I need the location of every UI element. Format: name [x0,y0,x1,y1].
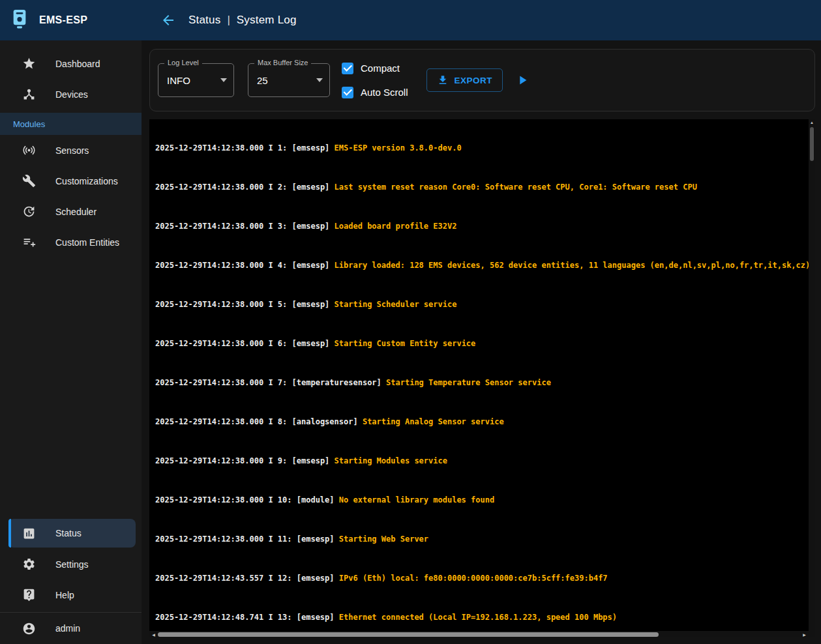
scroll-left-arrow-icon[interactable]: ◀ [149,632,158,637]
auto-scroll-option: Auto Scroll [342,83,408,101]
content-area: Log Level INFO Max Buffer Size 25 Compac… [142,40,821,644]
sidebar-item-label: admin [55,623,80,634]
auto-scroll-label: Auto Scroll [361,87,408,98]
sidebar-item-label: Help [55,590,74,600]
log-line: 2025-12-29T14:12:38.000 I 4: [emsesp] Li… [155,261,809,271]
sidebar-item-dashboard[interactable]: Dashboard [0,48,142,79]
export-button-label: EXPORT [455,76,493,85]
back-button[interactable] [158,10,178,30]
sidebar-item-label: Devices [55,89,88,100]
sidebar-item-status[interactable]: Status [8,519,136,548]
compact-option: Compact [342,59,408,77]
app-title: EMS-ESP [39,14,87,26]
main-panel: Status | System Log Log Level INFO Max B… [142,0,821,644]
log-level-value: INFO [167,75,190,86]
compact-label: Compact [361,63,400,74]
log-output: 2025-12-29T14:12:38.000 I 1: [emsesp] EM… [149,119,809,631]
arrow-left-icon [160,12,176,28]
vertical-scrollbar-thumb[interactable] [810,127,814,161]
wrench-icon [22,174,36,188]
compact-checkbox[interactable] [342,63,353,74]
download-icon [437,74,449,86]
sidebar-item-label: Custom Entities [55,237,119,248]
log-options: Compact Auto Scroll [342,59,408,101]
log-console: 2025-12-29T14:12:38.000 I 1: [emsesp] EM… [149,119,815,637]
log-line: 2025-12-29T14:12:38.000 I 9: [emsesp] St… [155,456,809,466]
selected-indicator [8,519,11,548]
log-line: 2025-12-29T14:12:38.000 I 11: [emsesp] S… [155,534,809,544]
max-buffer-size-value: 25 [257,75,268,86]
account-icon [22,621,36,636]
analytics-icon [22,526,36,540]
sidebar-item-scheduler[interactable]: Scheduler [0,196,142,227]
horizontal-scrollbar-thumb[interactable] [158,632,659,637]
sidebar-item-label: Dashboard [55,59,100,69]
sidebar-item-help[interactable]: Help [0,579,142,610]
log-line: 2025-12-29T14:12:48.741 I 13: [emsesp] E… [155,613,809,622]
sensors-icon [22,143,36,158]
horizontal-scrollbar[interactable]: ◀ ▶ [149,631,809,637]
log-line: 2025-12-29T14:12:38.000 I 7: [temperatur… [155,378,809,388]
log-toolbar: Log Level INFO Max Buffer Size 25 Compac… [149,49,815,111]
sidebar-item-devices[interactable]: Devices [0,79,142,110]
sidebar-nav-top: Dashboard Devices Modules Sensors Custo [0,40,142,257]
sidebar: EMS-ESP Dashboard Devices Modules S [0,0,142,644]
ems-esp-logo-icon [9,8,30,32]
sidebar-item-customizations[interactable]: Customizations [0,166,142,196]
log-level-select[interactable]: Log Level INFO [158,63,234,97]
sidebar-item-label: Sensors [55,145,89,156]
sidebar-item-custom-entities[interactable]: Custom Entities [0,227,142,257]
export-button[interactable]: EXPORT [426,68,503,92]
sidebar-section-modules: Modules [0,113,142,135]
scroll-right-arrow-icon[interactable]: ▶ [800,632,809,637]
breadcrumb: Status | System Log [188,14,297,27]
sidebar-item-label: Settings [55,559,89,570]
sidebar-item-label: Customizations [55,176,118,186]
scrollbar-corner [809,631,815,637]
playlist-add-icon [22,235,36,250]
app-root: EMS-ESP Dashboard Devices Modules S [0,0,821,644]
device-hub-icon [22,87,36,102]
sidebar-item-settings[interactable]: Settings [0,549,142,579]
clock-update-icon [22,205,36,219]
log-line: 2025-12-29T14:12:43.557 I 12: [emsesp] I… [155,574,809,583]
star-icon [22,57,36,71]
app-bar: Status | System Log [142,0,821,40]
breadcrumb-section: Status [188,14,220,27]
log-line: 2025-12-29T14:12:38.000 I 5: [emsesp] St… [155,300,809,310]
breadcrumb-separator: | [227,14,230,27]
log-line: 2025-12-29T14:12:38.000 I 3: [emsesp] Lo… [155,222,809,231]
log-line: 2025-12-29T14:12:38.000 I 2: [emsesp] La… [155,183,809,192]
log-line: 2025-12-29T14:12:38.000 I 10: [module] N… [155,495,809,505]
sidebar-item-sensors[interactable]: Sensors [0,135,142,166]
play-icon [515,73,530,87]
gear-icon [22,557,36,572]
sidebar-item-label: Status [55,528,82,538]
auto-scroll-checkbox[interactable] [342,87,353,98]
max-buffer-size-select[interactable]: Max Buffer Size 25 [248,63,330,97]
chevron-down-icon [316,78,323,82]
sidebar-nav-bottom: Status Settings Help admin [0,519,142,644]
max-buffer-size-label: Max Buffer Size [254,59,311,66]
sidebar-item-label: Scheduler [55,207,97,217]
log-line: 2025-12-29T14:12:38.000 I 1: [emsesp] EM… [155,143,809,153]
chevron-down-icon [220,78,227,82]
app-logo: EMS-ESP [0,0,142,40]
resume-log-button[interactable] [513,70,532,90]
page-title: System Log [237,14,297,27]
vertical-scrollbar[interactable]: ▲ [809,119,815,631]
sidebar-item-admin[interactable]: admin [0,613,142,644]
scroll-up-arrow-icon[interactable]: ▲ [809,119,815,126]
log-line: 2025-12-29T14:12:38.000 I 8: [analogsens… [155,417,809,427]
help-icon [22,588,36,602]
log-level-label: Log Level [164,59,202,66]
log-line: 2025-12-29T14:12:38.000 I 6: [emsesp] St… [155,339,809,349]
